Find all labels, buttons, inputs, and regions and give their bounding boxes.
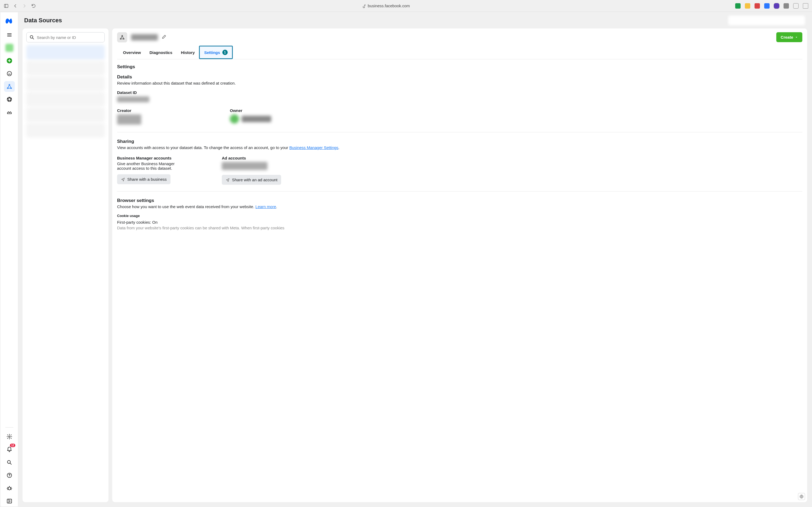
lock-icon	[361, 3, 366, 8]
tab-overview[interactable]: Overview	[119, 46, 145, 59]
browser-toolbar: business.facebook.com	[0, 0, 812, 12]
details-title: Details	[117, 74, 802, 80]
owner-value-redacted	[230, 114, 327, 123]
sidebar-toggle-icon[interactable]	[4, 3, 9, 8]
svg-point-8	[7, 71, 11, 76]
search-input[interactable]	[37, 35, 102, 40]
page-title: Data Sources	[24, 17, 62, 24]
share-with-ad-account-button[interactable]: Share with an ad account	[222, 175, 281, 185]
nav-notifications[interactable]: 12	[4, 444, 15, 455]
extension-icon[interactable]	[755, 3, 760, 9]
svg-point-15	[9, 436, 10, 438]
data-source-item[interactable]	[26, 76, 105, 91]
data-source-list-panel	[22, 29, 109, 502]
data-source-item[interactable]	[26, 61, 105, 75]
business-manager-settings-link[interactable]: Business Manager Settings	[289, 145, 339, 150]
dataset-type-icon	[117, 32, 127, 43]
extension-icon[interactable]	[793, 3, 799, 9]
back-icon[interactable]	[13, 3, 18, 8]
globe-icon[interactable]	[798, 493, 805, 500]
svg-point-23	[30, 36, 33, 38]
sharing-desc: View accounts with access to your datase…	[117, 145, 802, 150]
learn-more-link[interactable]: Learn more	[255, 204, 276, 209]
settings-badge: 1	[222, 50, 228, 55]
share-with-business-button[interactable]: Share with a business	[117, 174, 171, 184]
share-business-label: Share with a business	[127, 177, 167, 181]
settings-heading: Settings	[117, 64, 802, 69]
meta-logo-icon[interactable]	[5, 17, 14, 26]
dataset-id-label: Dataset ID	[117, 90, 802, 95]
extension-icon[interactable]	[745, 3, 750, 9]
svg-line-17	[10, 463, 11, 464]
browser-settings-desc: Choose how you want to use the web event…	[117, 204, 802, 209]
ad-accounts-label: Ad accounts	[222, 156, 318, 160]
data-source-item[interactable]	[26, 45, 105, 60]
cookie-usage-label: Cookie usage	[117, 214, 802, 218]
tab-overview-icon[interactable]	[803, 3, 808, 9]
extension-icon[interactable]	[764, 3, 769, 9]
nav-item-redacted[interactable]	[4, 43, 15, 53]
tab-history[interactable]: History	[177, 46, 199, 59]
account-switcher[interactable]	[728, 15, 806, 26]
data-source-item[interactable]	[26, 107, 105, 122]
cookie-status: First-party cookies: On	[117, 220, 802, 225]
sharing-title: Sharing	[117, 139, 802, 144]
nav-settings[interactable]	[4, 431, 15, 442]
browser-settings-title: Browser settings	[117, 198, 802, 203]
bm-accounts-label: Business Manager accounts	[117, 156, 206, 160]
extension-icon[interactable]	[735, 3, 741, 9]
chevron-down-icon	[795, 36, 798, 39]
dataset-id-value-redacted	[117, 97, 149, 102]
dataset-name-redacted	[131, 34, 158, 41]
data-source-item[interactable]	[26, 123, 105, 137]
forward-icon	[22, 3, 27, 8]
svg-point-14	[7, 97, 11, 102]
edit-name-button[interactable]	[162, 35, 167, 40]
nav-overview[interactable]	[4, 68, 15, 79]
ad-account-value-redacted	[222, 162, 268, 170]
tab-settings[interactable]: Settings 1	[199, 46, 233, 59]
menu-toggle[interactable]	[4, 30, 15, 40]
app-left-rail: 12	[1, 12, 18, 506]
reload-icon[interactable]	[31, 3, 36, 8]
nav-search[interactable]	[4, 457, 15, 468]
creator-value-redacted	[117, 114, 141, 125]
tab-settings-label: Settings	[204, 50, 220, 55]
nav-collapse[interactable]	[4, 496, 15, 506]
data-source-item[interactable]	[26, 92, 105, 106]
nav-help[interactable]	[4, 470, 15, 481]
details-desc: Review information about this dataset th…	[117, 81, 802, 86]
search-icon	[29, 35, 35, 40]
share-ad-label: Share with an ad account	[232, 177, 277, 182]
share-icon	[121, 177, 125, 181]
extension-icon[interactable]	[774, 3, 779, 9]
share-icon	[226, 178, 230, 182]
creator-label: Creator	[117, 108, 214, 113]
create-button-label: Create	[780, 35, 793, 40]
tab-bar: Overview Diagnostics History Settings 1	[117, 46, 802, 59]
content-panel: Create Overview Diagnostics History	[112, 29, 807, 502]
cookie-desc-cutoff: Data from your website's first-party coo…	[117, 226, 802, 230]
svg-point-16	[7, 460, 10, 463]
search-box[interactable]	[26, 32, 105, 43]
nav-bug[interactable]	[4, 483, 15, 494]
tab-diagnostics[interactable]: Diagnostics	[145, 46, 177, 59]
owner-label: Owner	[230, 108, 327, 113]
nav-partners[interactable]	[4, 107, 15, 118]
nav-events[interactable]	[4, 94, 15, 105]
nav-add[interactable]	[4, 55, 15, 66]
create-button[interactable]: Create	[776, 32, 802, 42]
svg-point-20	[8, 487, 10, 490]
svg-rect-21	[7, 499, 11, 503]
nav-data-sources[interactable]	[4, 81, 15, 92]
bm-accounts-desc: Give another Business Manager account ac…	[117, 161, 176, 171]
url-text[interactable]: business.facebook.com	[368, 3, 410, 8]
svg-line-24	[33, 38, 34, 39]
extension-icon[interactable]	[784, 3, 789, 9]
svg-rect-0	[4, 4, 8, 7]
notification-badge: 12	[10, 444, 15, 447]
